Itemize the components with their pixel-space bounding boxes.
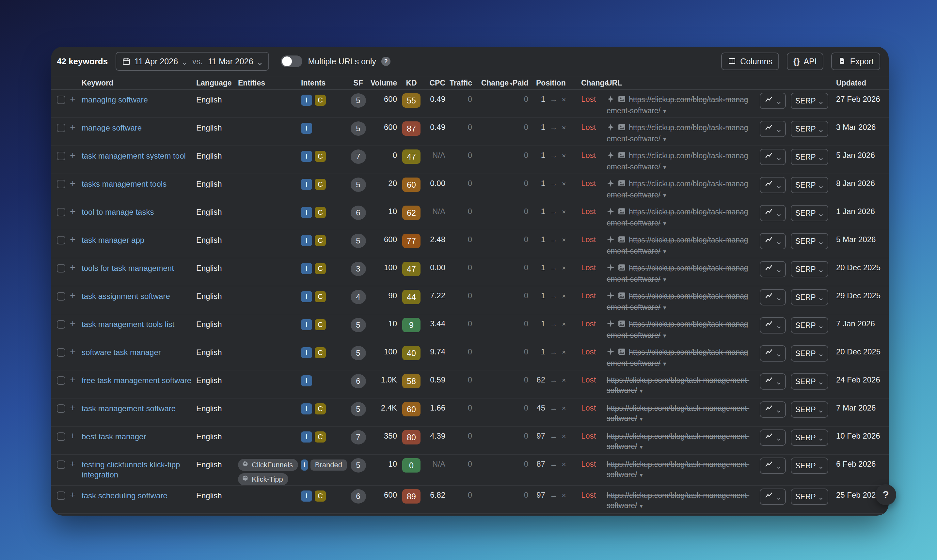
url-dropdown[interactable]: https://clickup.com/blog/task-management… [607, 347, 752, 369]
export-button[interactable]: Export [831, 52, 880, 70]
header-volume[interactable]: Volume [370, 78, 397, 88]
header-entities[interactable]: Entities [238, 78, 301, 88]
url-dropdown[interactable]: https://clickup.com/blog/task-management… [607, 95, 752, 116]
position-history-button[interactable] [760, 289, 786, 305]
plus-icon[interactable]: + [70, 318, 76, 329]
plus-icon[interactable]: + [70, 431, 76, 441]
row-checkbox[interactable] [57, 460, 65, 469]
header-kd[interactable]: KD [397, 78, 426, 88]
header-sf[interactable]: SF [347, 78, 370, 88]
header-position-change[interactable]: Change [581, 78, 607, 88]
position-history-button[interactable] [760, 317, 786, 334]
keyword-link[interactable]: task scheduling software [82, 491, 168, 501]
position-history-button[interactable] [760, 489, 786, 505]
url-dropdown[interactable]: https://clickup.com/blog/task-management… [607, 291, 752, 312]
keyword-link[interactable]: software task manager [82, 347, 161, 357]
url-dropdown[interactable]: https://clickup.com/blog/task-management… [607, 375, 752, 396]
date-range-selector[interactable]: 11 Apr 2026 vs. 11 Mar 2026 [116, 52, 269, 71]
serp-button[interactable]: SERP [791, 429, 828, 446]
keyword-link[interactable]: task manager app [82, 235, 144, 245]
date-from[interactable]: 11 Apr 2026 [134, 57, 178, 66]
serp-button[interactable]: SERP [791, 205, 828, 221]
header-language[interactable]: Language [196, 78, 238, 88]
position-history-button[interactable] [760, 261, 786, 277]
plus-icon[interactable]: + [70, 374, 76, 385]
row-checkbox[interactable] [57, 376, 65, 385]
serp-button[interactable]: SERP [791, 402, 828, 418]
position-history-button[interactable] [760, 457, 786, 474]
position-history-button[interactable] [760, 93, 786, 109]
row-checkbox[interactable] [57, 95, 65, 104]
header-keyword[interactable]: Keyword [82, 78, 196, 88]
header-url[interactable]: URL [607, 78, 760, 88]
url-dropdown[interactable]: https://clickup.com/blog/task-management… [607, 235, 752, 257]
plus-icon[interactable]: + [70, 94, 76, 105]
keyword-link[interactable]: testing clickfunnels klick-tipp integrat… [82, 460, 193, 480]
date-to[interactable]: 11 Mar 2026 [208, 57, 253, 66]
serp-button[interactable]: SERP [791, 177, 828, 193]
question-circle-icon[interactable]: ? [381, 57, 390, 66]
keyword-link[interactable]: free task management software [82, 375, 191, 385]
row-checkbox[interactable] [57, 180, 65, 188]
position-history-button[interactable] [760, 345, 786, 362]
plus-icon[interactable]: + [70, 262, 76, 273]
url-dropdown[interactable]: https://clickup.com/blog/task-management… [607, 123, 752, 144]
row-checkbox[interactable] [57, 292, 65, 300]
plus-icon[interactable]: + [70, 178, 76, 189]
serp-button[interactable]: SERP [791, 457, 828, 474]
plus-icon[interactable]: + [70, 122, 76, 132]
keyword-link[interactable]: managing software [82, 95, 148, 105]
keyword-link[interactable]: tasks management tools [82, 179, 166, 189]
url-dropdown[interactable]: https://clickup.com/blog/task-management… [607, 431, 752, 452]
header-cpc[interactable]: CPC [426, 78, 445, 88]
keyword-link[interactable]: task management tools list [82, 319, 174, 329]
keyword-link[interactable]: manage software [82, 123, 142, 133]
position-history-button[interactable] [760, 429, 786, 446]
url-dropdown[interactable]: https://clickup.com/blog/task-management… [607, 207, 752, 228]
row-checkbox[interactable] [57, 208, 65, 216]
row-checkbox[interactable] [57, 491, 65, 500]
serp-button[interactable]: SERP [791, 345, 828, 362]
row-checkbox[interactable] [57, 264, 65, 272]
position-history-button[interactable] [760, 205, 786, 221]
help-button[interactable]: ? [875, 484, 896, 505]
plus-icon[interactable]: + [70, 150, 76, 160]
plus-icon[interactable]: + [70, 402, 76, 413]
url-dropdown[interactable]: https://clickup.com/blog/task-management… [607, 491, 752, 511]
plus-icon[interactable]: + [70, 489, 76, 500]
keyword-link[interactable]: task management system tool [82, 151, 186, 161]
header-updated[interactable]: Updated [836, 78, 881, 88]
url-dropdown[interactable]: https://clickup.com/blog/task-management… [607, 151, 752, 172]
serp-button[interactable]: SERP [791, 289, 828, 305]
plus-icon[interactable]: + [70, 346, 76, 357]
header-traffic-change[interactable]: Change▾ [472, 78, 513, 88]
serp-button[interactable]: SERP [791, 149, 828, 165]
plus-icon[interactable]: + [70, 458, 76, 469]
header-traffic[interactable]: Traffic [445, 78, 472, 88]
row-checkbox[interactable] [57, 320, 65, 329]
entity-pill[interactable]: Klick-Tipp [238, 473, 288, 485]
serp-button[interactable]: SERP [791, 261, 828, 277]
position-history-button[interactable] [760, 121, 786, 137]
serp-button[interactable]: SERP [791, 233, 828, 249]
header-paid[interactable]: Paid [513, 78, 528, 88]
row-checkbox[interactable] [57, 348, 65, 357]
serp-button[interactable]: SERP [791, 373, 828, 390]
keyword-link[interactable]: tool to manage tasks [82, 207, 154, 217]
keyword-link[interactable]: best task manager [82, 431, 146, 442]
entity-pill[interactable]: ClickFunnels [238, 459, 298, 471]
header-intents[interactable]: Intents [301, 78, 347, 88]
keyword-link[interactable]: tools for task management [82, 263, 174, 273]
plus-icon[interactable]: + [70, 234, 76, 245]
position-history-button[interactable] [760, 402, 786, 418]
multiple-urls-toggle[interactable] [281, 55, 302, 67]
row-checkbox[interactable] [57, 432, 65, 441]
position-history-button[interactable] [760, 177, 786, 193]
serp-button[interactable]: SERP [791, 121, 828, 137]
keyword-link[interactable]: task assignment software [82, 291, 170, 301]
position-history-button[interactable] [760, 233, 786, 249]
url-dropdown[interactable]: https://clickup.com/blog/task-management… [607, 403, 752, 424]
url-dropdown[interactable]: https://clickup.com/blog/task-management… [607, 319, 752, 341]
plus-icon[interactable]: + [70, 206, 76, 217]
position-history-button[interactable] [760, 149, 786, 165]
